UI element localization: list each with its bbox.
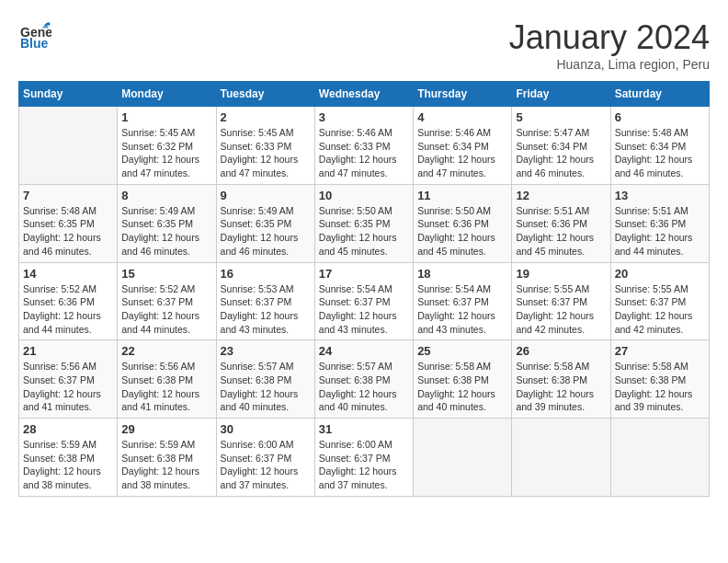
calendar-cell: 1Sunrise: 5:45 AMSunset: 6:32 PMDaylight… (118, 107, 216, 185)
day-number: 27 (615, 344, 705, 358)
calendar-cell (512, 419, 610, 497)
day-number: 5 (516, 110, 606, 124)
calendar-cell: 14Sunrise: 5:52 AMSunset: 6:36 PMDayligh… (19, 262, 118, 340)
day-info: Sunrise: 5:50 AMSunset: 6:36 PMDaylight:… (417, 204, 507, 259)
calendar-week-3: 14Sunrise: 5:52 AMSunset: 6:36 PMDayligh… (19, 262, 710, 340)
day-info: Sunrise: 5:50 AMSunset: 6:35 PMDaylight:… (319, 204, 409, 259)
calendar-cell: 2Sunrise: 5:45 AMSunset: 6:33 PMDaylight… (216, 107, 314, 185)
calendar-table: SundayMondayTuesdayWednesdayThursdayFrid… (18, 81, 710, 497)
calendar-cell: 9Sunrise: 5:49 AMSunset: 6:35 PMDaylight… (216, 184, 314, 262)
day-number: 17 (319, 267, 409, 281)
day-info: Sunrise: 5:56 AMSunset: 6:37 PMDaylight:… (23, 360, 113, 414)
weekday-header-wednesday: Wednesday (314, 82, 413, 107)
logo: General Blue (18, 18, 51, 52)
calendar-cell: 22Sunrise: 5:56 AMSunset: 6:38 PMDayligh… (118, 340, 216, 419)
day-info: Sunrise: 5:58 AMSunset: 6:38 PMDaylight:… (417, 360, 507, 414)
calendar-cell (414, 419, 512, 497)
calendar-cell: 10Sunrise: 5:50 AMSunset: 6:35 PMDayligh… (314, 184, 413, 262)
day-info: Sunrise: 5:52 AMSunset: 6:37 PMDaylight:… (121, 282, 211, 337)
day-number: 15 (121, 267, 211, 281)
day-number: 1 (121, 110, 211, 124)
day-number: 4 (417, 110, 507, 124)
calendar-cell: 29Sunrise: 5:59 AMSunset: 6:38 PMDayligh… (118, 419, 216, 497)
calendar-cell: 12Sunrise: 5:51 AMSunset: 6:36 PMDayligh… (512, 184, 610, 262)
day-info: Sunrise: 5:59 AMSunset: 6:38 PMDaylight:… (23, 438, 113, 492)
calendar-cell: 11Sunrise: 5:50 AMSunset: 6:36 PMDayligh… (414, 184, 512, 262)
calendar-cell: 28Sunrise: 5:59 AMSunset: 6:38 PMDayligh… (19, 419, 118, 497)
calendar-cell: 26Sunrise: 5:58 AMSunset: 6:38 PMDayligh… (512, 340, 610, 419)
calendar-cell: 30Sunrise: 6:00 AMSunset: 6:37 PMDayligh… (216, 419, 314, 497)
day-number: 19 (516, 267, 606, 281)
calendar-cell: 13Sunrise: 5:51 AMSunset: 6:36 PMDayligh… (610, 184, 709, 262)
calendar-cell: 19Sunrise: 5:55 AMSunset: 6:37 PMDayligh… (512, 262, 610, 340)
day-number: 29 (121, 422, 211, 436)
day-number: 6 (615, 110, 705, 124)
calendar-cell: 25Sunrise: 5:58 AMSunset: 6:38 PMDayligh… (414, 340, 512, 419)
day-info: Sunrise: 5:51 AMSunset: 6:36 PMDaylight:… (516, 204, 606, 259)
calendar-week-5: 28Sunrise: 5:59 AMSunset: 6:38 PMDayligh… (19, 419, 710, 497)
day-info: Sunrise: 5:54 AMSunset: 6:37 PMDaylight:… (417, 282, 507, 337)
calendar-cell: 24Sunrise: 5:57 AMSunset: 6:38 PMDayligh… (314, 340, 413, 419)
weekday-header-saturday: Saturday (610, 82, 709, 107)
day-number: 23 (221, 344, 311, 358)
day-info: Sunrise: 5:45 AMSunset: 6:32 PMDaylight:… (121, 126, 211, 180)
day-info: Sunrise: 5:54 AMSunset: 6:37 PMDaylight:… (319, 282, 409, 337)
day-number: 12 (516, 189, 606, 202)
calendar-cell: 5Sunrise: 5:47 AMSunset: 6:34 PMDaylight… (512, 107, 610, 185)
day-info: Sunrise: 5:55 AMSunset: 6:37 PMDaylight:… (516, 282, 606, 337)
title-block: January 2024 Huanza, Lima region, Peru (509, 18, 710, 72)
day-info: Sunrise: 5:48 AMSunset: 6:34 PMDaylight:… (615, 126, 705, 180)
day-info: Sunrise: 5:55 AMSunset: 6:37 PMDaylight:… (615, 282, 705, 337)
day-number: 25 (417, 344, 507, 358)
day-info: Sunrise: 5:48 AMSunset: 6:35 PMDaylight:… (23, 204, 113, 259)
day-number: 10 (319, 189, 409, 202)
day-number: 13 (615, 189, 705, 202)
calendar-cell: 18Sunrise: 5:54 AMSunset: 6:37 PMDayligh… (414, 262, 512, 340)
calendar-week-4: 21Sunrise: 5:56 AMSunset: 6:37 PMDayligh… (19, 340, 710, 419)
day-number: 22 (121, 344, 211, 358)
weekday-header-sunday: Sunday (19, 82, 118, 107)
logo-icon: General Blue (18, 18, 51, 52)
calendar-cell (19, 107, 118, 185)
day-info: Sunrise: 5:53 AMSunset: 6:37 PMDaylight:… (221, 282, 311, 337)
svg-text:Blue: Blue (20, 36, 49, 51)
weekday-header-friday: Friday (512, 82, 610, 107)
calendar-week-1: 1Sunrise: 5:45 AMSunset: 6:32 PMDaylight… (19, 107, 710, 185)
calendar-cell: 17Sunrise: 5:54 AMSunset: 6:37 PMDayligh… (314, 262, 413, 340)
day-number: 3 (319, 110, 409, 124)
day-info: Sunrise: 5:49 AMSunset: 6:35 PMDaylight:… (121, 204, 211, 259)
weekday-header-monday: Monday (118, 82, 216, 107)
calendar-cell: 16Sunrise: 5:53 AMSunset: 6:37 PMDayligh… (216, 262, 314, 340)
day-number: 2 (221, 110, 311, 124)
calendar-cell: 21Sunrise: 5:56 AMSunset: 6:37 PMDayligh… (19, 340, 118, 419)
day-info: Sunrise: 5:47 AMSunset: 6:34 PMDaylight:… (516, 126, 606, 180)
day-info: Sunrise: 5:59 AMSunset: 6:38 PMDaylight:… (121, 438, 211, 492)
calendar-cell: 8Sunrise: 5:49 AMSunset: 6:35 PMDaylight… (118, 184, 216, 262)
calendar-cell (610, 419, 709, 497)
calendar-cell: 15Sunrise: 5:52 AMSunset: 6:37 PMDayligh… (118, 262, 216, 340)
day-number: 14 (23, 267, 113, 281)
calendar-cell: 20Sunrise: 5:55 AMSunset: 6:37 PMDayligh… (610, 262, 709, 340)
day-info: Sunrise: 5:58 AMSunset: 6:38 PMDaylight:… (516, 360, 606, 414)
weekday-header-row: SundayMondayTuesdayWednesdayThursdayFrid… (19, 82, 710, 107)
day-number: 31 (319, 422, 409, 436)
calendar-cell: 31Sunrise: 6:00 AMSunset: 6:37 PMDayligh… (314, 419, 413, 497)
day-info: Sunrise: 5:56 AMSunset: 6:38 PMDaylight:… (121, 360, 211, 414)
day-info: Sunrise: 5:58 AMSunset: 6:38 PMDaylight:… (615, 360, 705, 414)
calendar-cell: 3Sunrise: 5:46 AMSunset: 6:33 PMDaylight… (314, 107, 413, 185)
day-number: 21 (23, 344, 113, 358)
calendar-cell: 23Sunrise: 5:57 AMSunset: 6:38 PMDayligh… (216, 340, 314, 419)
day-number: 8 (121, 189, 211, 202)
day-info: Sunrise: 5:51 AMSunset: 6:36 PMDaylight:… (615, 204, 705, 259)
day-number: 26 (516, 344, 606, 358)
day-info: Sunrise: 5:49 AMSunset: 6:35 PMDaylight:… (221, 204, 311, 259)
calendar-cell: 7Sunrise: 5:48 AMSunset: 6:35 PMDaylight… (19, 184, 118, 262)
calendar-header: SundayMondayTuesdayWednesdayThursdayFrid… (19, 82, 710, 107)
day-number: 30 (221, 422, 311, 436)
day-info: Sunrise: 5:46 AMSunset: 6:33 PMDaylight:… (319, 126, 409, 180)
calendar-week-2: 7Sunrise: 5:48 AMSunset: 6:35 PMDaylight… (19, 184, 710, 262)
day-number: 24 (319, 344, 409, 358)
calendar-cell: 4Sunrise: 5:46 AMSunset: 6:34 PMDaylight… (414, 107, 512, 185)
weekday-header-tuesday: Tuesday (216, 82, 314, 107)
day-info: Sunrise: 5:45 AMSunset: 6:33 PMDaylight:… (221, 126, 311, 180)
